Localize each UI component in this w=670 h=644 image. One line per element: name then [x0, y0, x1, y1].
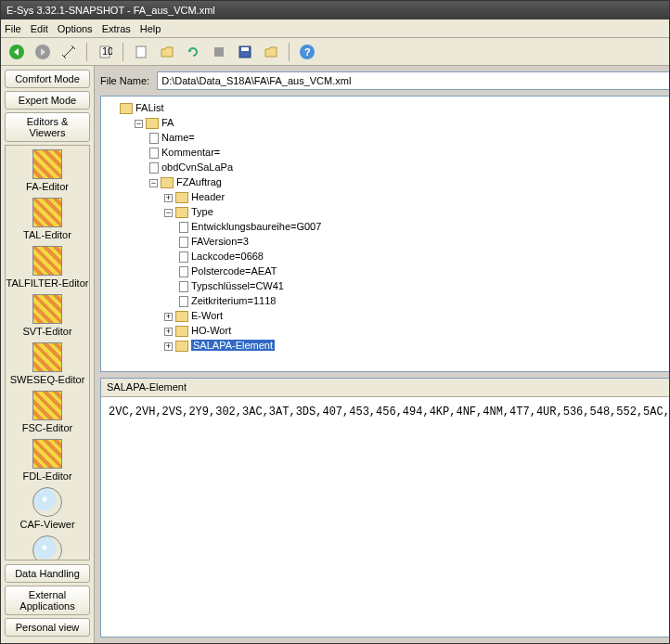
menu-file[interactable]: File [5, 23, 21, 34]
open-button[interactable] [157, 42, 177, 62]
svg-text:?: ? [304, 46, 311, 58]
expand-icon[interactable]: + [164, 342, 173, 351]
editors-list: FA-EditorTAL-EditorTALFILTER-EditorSVT-E… [5, 145, 90, 560]
tree-fa[interactable]: FA [161, 117, 174, 128]
toolbar: 101 ? [1, 38, 669, 66]
new-button[interactable] [131, 42, 151, 62]
svg-text:101: 101 [102, 45, 112, 57]
folder-icon [175, 311, 188, 322]
detail-body: 2VC,2VH,2VS,2Y9,302,3AC,3AT,3DS,407,453,… [101, 397, 670, 427]
leaf-icon [179, 222, 188, 233]
expand-icon[interactable]: + [164, 328, 173, 336]
tree-obd[interactable]: obdCvnSaLaPa [161, 161, 233, 173]
leaf-icon [179, 251, 188, 263]
leaf-icon [179, 296, 188, 307]
comfort-mode-button[interactable]: Comfort Mode [5, 70, 90, 88]
save-button[interactable] [235, 42, 255, 62]
data-handling-button[interactable]: Data Handling [5, 564, 90, 583]
editor-label: SWESEQ-Editor [6, 374, 89, 385]
tree-header[interactable]: Header [191, 191, 225, 202]
tree-leaf[interactable]: Typschlüssel=CW41 [191, 280, 284, 291]
folder-icon [146, 118, 159, 129]
doc-button[interactable]: 101 [95, 42, 115, 62]
leaf-icon [179, 237, 188, 248]
saveas-button[interactable] [261, 42, 281, 62]
svg-rect-4 [136, 46, 146, 58]
menu-bar: File Edit Options Extras Help [1, 19, 669, 38]
menu-extras[interactable]: Extras [102, 23, 131, 34]
menu-help[interactable]: Help [140, 23, 161, 34]
tree-leaf[interactable]: Zeitkriterium=1118 [191, 295, 276, 306]
window-title: E-Sys 3.32.1-SNAPSHOT - FA_aus_VCM.xml [6, 5, 215, 16]
editor-icon [32, 246, 62, 276]
editor-label: FSC-Editor [6, 422, 89, 433]
help-button[interactable]: ? [297, 42, 317, 62]
separator [122, 43, 123, 61]
editor-icon [32, 535, 62, 560]
tree-root[interactable]: FAList [135, 102, 164, 113]
leaf-icon [149, 162, 159, 174]
leaf-icon [179, 281, 188, 292]
stop-button [209, 42, 229, 62]
tree-name[interactable]: Name= [161, 132, 195, 143]
tree-leaf[interactable]: Entwicklungsbaureihe=G007 [191, 221, 321, 232]
editor-label: FDL-Editor [6, 470, 89, 482]
editor-label: SVT-Editor [6, 326, 89, 337]
expert-mode-button[interactable]: Expert Mode [5, 91, 90, 109]
leaf-icon [179, 266, 188, 277]
editor-item[interactable]: TAL-Editor [6, 198, 89, 240]
editor-item[interactable]: SVT-Editor [6, 294, 89, 337]
leaf-icon [149, 148, 159, 159]
separator [289, 43, 290, 61]
tree-fz[interactable]: FZAuftrag [176, 176, 222, 187]
collapse-icon[interactable]: − [164, 209, 173, 217]
folder-icon [161, 177, 174, 188]
expand-icon[interactable]: + [164, 194, 173, 202]
personal-view-button[interactable]: Personal view [5, 618, 90, 637]
tree-howort[interactable]: HO-Wort [191, 325, 231, 336]
editor-icon [32, 342, 62, 372]
folder-icon [175, 192, 188, 203]
editor-item[interactable]: SWESEQ-Editor [6, 342, 89, 385]
editor-icon [32, 439, 62, 469]
tree-komm[interactable]: Kommentar= [161, 147, 220, 158]
menu-options[interactable]: Options [58, 23, 93, 34]
collapse-icon[interactable]: − [135, 120, 143, 128]
editors-viewers-button[interactable]: Editors & Viewers [5, 112, 90, 142]
editor-item[interactable]: FA-Editor [6, 149, 89, 192]
file-name-label: File Name: [100, 75, 149, 86]
folder-icon [175, 341, 188, 352]
tree-salapa-selected[interactable]: SALAPA-Element [191, 340, 275, 351]
forward-button [32, 42, 53, 62]
expand-icon[interactable]: + [164, 313, 173, 321]
editor-item[interactable]: CAF-Viewer [6, 487, 89, 530]
editor-item[interactable]: FSC-Editor [6, 391, 89, 433]
tree-leaf[interactable]: Lackcode=0668 [191, 251, 264, 262]
external-apps-button[interactable]: External Applications [5, 586, 90, 615]
collapse-icon[interactable]: − [149, 179, 158, 187]
connect-button[interactable] [58, 42, 79, 62]
editor-item[interactable]: TALFILTER-Editor [6, 246, 89, 289]
editor-label: FA-Editor [6, 181, 89, 192]
editor-icon [32, 149, 62, 179]
editor-label: TALFILTER-Editor [6, 277, 89, 289]
detail-title: SALAPA-Element [107, 381, 187, 393]
back-button[interactable] [6, 42, 27, 62]
folder-icon [175, 326, 188, 337]
svg-rect-5 [214, 47, 224, 57]
folder-icon [120, 103, 133, 114]
file-name-input[interactable] [157, 71, 670, 90]
tree-leaf[interactable]: Polstercode=AEAT [191, 265, 277, 277]
folder-icon [175, 207, 188, 218]
editor-item[interactable]: FDL-Editor [6, 439, 89, 482]
editor-icon [32, 487, 62, 517]
editor-label: TAL-Editor [6, 229, 89, 240]
refresh-button[interactable] [183, 42, 203, 62]
editor-item[interactable]: Log-Viewer [6, 535, 89, 560]
tree-leaf[interactable]: FAVersion=3 [191, 236, 249, 247]
sidebar: Comfort Mode Expert Mode Editors & Viewe… [1, 66, 95, 643]
fa-tree[interactable]: FAList −FA Name= Kommentar= obdCvnSaLaPa… [100, 96, 670, 372]
tree-ewort[interactable]: E-Wort [191, 310, 223, 321]
tree-type[interactable]: Type [191, 206, 213, 217]
menu-edit[interactable]: Edit [31, 23, 48, 34]
